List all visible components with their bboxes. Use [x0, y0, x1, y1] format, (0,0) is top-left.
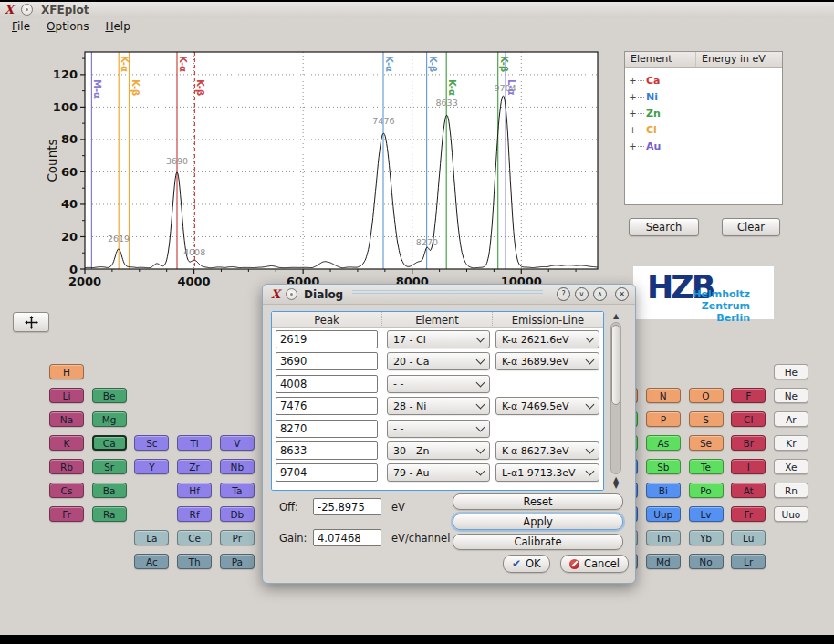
element-tree-item-Ni[interactable]: +Ni: [625, 88, 782, 105]
apply-button[interactable]: Apply: [453, 514, 623, 530]
element-button-H[interactable]: H: [49, 364, 84, 379]
dialog-help-button[interactable]: ?: [557, 287, 570, 301]
dialog-scrollbar[interactable]: ▲ ▲ ▼: [609, 313, 623, 489]
expand-plus-icon[interactable]: +: [629, 77, 637, 85]
expand-plus-icon[interactable]: +: [629, 142, 637, 151]
element-button-Sc[interactable]: Sc: [134, 435, 169, 451]
cancel-button[interactable]: Cancel: [560, 555, 629, 573]
element-button-Ne[interactable]: Ne: [774, 388, 808, 403]
element-column-header[interactable]: Element: [625, 52, 696, 67]
offset-input[interactable]: [313, 498, 381, 515]
element-button-Kr[interactable]: Kr: [774, 435, 808, 451]
element-button-Lr[interactable]: Lr: [731, 554, 766, 569]
expand-plus-icon[interactable]: +: [629, 93, 637, 101]
scroll-up-icon[interactable]: ▲: [611, 313, 620, 320]
element-button-Pr[interactable]: Pr: [220, 530, 255, 545]
menu-file[interactable]: File: [4, 18, 38, 35]
element-button-O[interactable]: O: [689, 388, 724, 403]
element-button-Rn[interactable]: Rn: [774, 483, 808, 498]
ok-button[interactable]: ✔ OK: [503, 555, 550, 573]
element-tree-item-Cl[interactable]: +Cl: [625, 121, 782, 138]
element-button-Db[interactable]: Db: [220, 506, 255, 522]
gain-input[interactable]: [313, 529, 381, 546]
element-button-Th[interactable]: Th: [177, 554, 212, 569]
reset-button[interactable]: Reset: [453, 493, 623, 510]
element-button-Se[interactable]: Se: [689, 435, 724, 451]
element-button-Ti[interactable]: Ti: [177, 435, 212, 451]
pan-tool-button[interactable]: [13, 312, 49, 332]
element-button-Na[interactable]: Na: [49, 411, 84, 427]
element-tree-item-Zn[interactable]: +Zn: [625, 105, 782, 121]
peak-input[interactable]: [276, 420, 378, 438]
element-button-La[interactable]: La: [134, 530, 169, 545]
element-button-Te[interactable]: Te: [689, 459, 724, 474]
element-tree-item-Au[interactable]: +Au: [625, 138, 782, 154]
expand-plus-icon[interactable]: +: [629, 109, 637, 118]
element-button-Yb[interactable]: Yb: [689, 530, 724, 545]
element-select[interactable]: 79 - Au: [387, 463, 490, 482]
element-select[interactable]: 28 - Ni: [387, 397, 490, 415]
window-menu-icon[interactable]: [286, 288, 297, 300]
element-button-Ba[interactable]: Ba: [92, 483, 127, 498]
element-button-Bi[interactable]: Bi: [646, 483, 681, 498]
scroll-down-icon[interactable]: ▼: [611, 483, 620, 489]
element-button-Ce[interactable]: Ce: [177, 530, 212, 545]
dialog-titlebar[interactable]: X Dialog ?∨∧✕: [263, 285, 635, 305]
element-button-At[interactable]: At: [731, 483, 766, 498]
element-button-Br[interactable]: Br: [731, 435, 766, 451]
element-button-Cs[interactable]: Cs: [49, 483, 84, 498]
element-button-Ac[interactable]: Ac: [134, 554, 169, 569]
element-button-S[interactable]: S: [689, 411, 724, 427]
element-button-Cl[interactable]: Cl: [731, 411, 766, 427]
element-button-As[interactable]: As: [646, 435, 681, 451]
element-button-K[interactable]: K: [49, 435, 84, 451]
menu-options[interactable]: Options: [38, 18, 97, 35]
peak-input[interactable]: [276, 441, 378, 460]
window-menu-icon[interactable]: [21, 4, 33, 16]
dialog-restore-button[interactable]: ∧: [593, 287, 607, 301]
element-button-Lu[interactable]: Lu: [731, 530, 766, 545]
emission-select[interactable]: K-α 8627.3eV: [495, 441, 599, 460]
element-button-Tm[interactable]: Tm: [646, 530, 681, 545]
dialog-shade-button[interactable]: ∨: [575, 287, 589, 301]
element-button-Mg[interactable]: Mg: [92, 411, 127, 427]
element-button-Sr[interactable]: Sr: [92, 459, 127, 474]
element-button-Fr[interactable]: Fr: [731, 506, 766, 522]
element-tree-item-Ca[interactable]: +Ca: [625, 72, 782, 88]
peak-input[interactable]: [276, 330, 378, 348]
element-button-Ar[interactable]: Ar: [774, 411, 808, 427]
emission-select[interactable]: K-α 2621.6eV: [495, 330, 599, 348]
element-select[interactable]: - -: [387, 420, 490, 438]
element-button-I[interactable]: I: [731, 459, 766, 474]
element-select[interactable]: 30 - Zn: [387, 441, 490, 460]
element-button-Sb[interactable]: Sb: [646, 459, 681, 474]
scrollbar-thumb[interactable]: [611, 325, 620, 405]
element-button-Rf[interactable]: Rf: [177, 506, 212, 522]
element-button-Be[interactable]: Be: [92, 388, 127, 403]
element-button-V[interactable]: V: [220, 435, 255, 451]
peak-input[interactable]: [276, 352, 378, 370]
element-button-Zr[interactable]: Zr: [177, 459, 212, 474]
element-select[interactable]: 20 - Ca: [387, 352, 490, 370]
element-button-Ca[interactable]: Ca: [92, 435, 127, 451]
peak-input[interactable]: [276, 375, 378, 393]
element-button-F[interactable]: F: [731, 388, 766, 403]
spectrum-plot[interactable]: M-αK-αK-βK-αK-βK-αK-βK-αK-βL-α2619369040…: [7, 40, 600, 308]
element-button-He[interactable]: He: [774, 364, 808, 379]
element-button-Pa[interactable]: Pa: [220, 554, 255, 569]
element-button-Fr[interactable]: Fr: [49, 506, 84, 522]
peak-input[interactable]: [276, 463, 378, 482]
dialog-close-button[interactable]: ✕: [615, 287, 629, 301]
emission-select[interactable]: L-α1 9713.3eV: [495, 463, 599, 482]
element-button-P[interactable]: P: [646, 411, 681, 427]
scrollbar-track[interactable]: [610, 322, 621, 474]
element-select[interactable]: 17 - Cl: [387, 330, 490, 348]
element-button-Ra[interactable]: Ra: [92, 506, 127, 522]
element-button-Po[interactable]: Po: [689, 483, 724, 498]
element-select[interactable]: - -: [387, 375, 490, 393]
peak-input[interactable]: [276, 397, 378, 415]
element-button-Xe[interactable]: Xe: [774, 459, 808, 474]
element-button-Rb[interactable]: Rb: [49, 459, 84, 474]
element-button-Lv[interactable]: Lv: [689, 506, 724, 522]
element-button-Li[interactable]: Li: [49, 388, 84, 403]
